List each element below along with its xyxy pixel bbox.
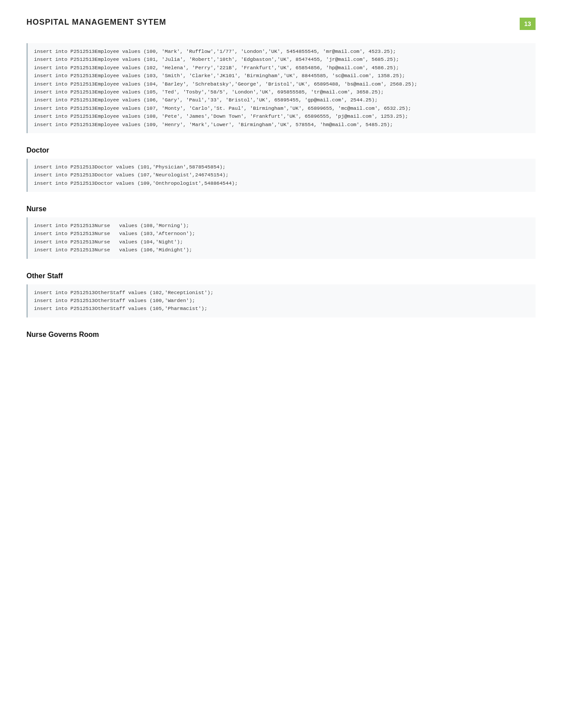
nurse-section-title: Nurse: [26, 205, 536, 213]
page-number-badge: 13: [520, 18, 536, 30]
nurse-section: Nurse insert into P2512513Nurse values (…: [26, 205, 536, 259]
page-container: HOSPITAL MANAGEMENT SYTEM 13 insert into…: [0, 0, 562, 728]
page-title: HOSPITAL MANAGEMENT SYTEM: [26, 18, 166, 27]
other-staff-section-title: Other Staff: [26, 272, 536, 280]
employee-code-block: insert into P2512513Employee values (100…: [26, 43, 536, 133]
page-header: HOSPITAL MANAGEMENT SYTEM 13: [26, 18, 536, 30]
doctor-section-title: Doctor: [26, 146, 536, 154]
doctor-code-block: insert into P2512513Doctor values (101,'…: [26, 159, 536, 192]
other-staff-code-block: insert into P2512513OtherStaff values (1…: [26, 284, 536, 317]
other-staff-section: Other Staff insert into P2512513OtherSta…: [26, 272, 536, 317]
employee-section: insert into P2512513Employee values (100…: [26, 43, 536, 133]
doctor-section: Doctor insert into P2512513Doctor values…: [26, 146, 536, 192]
nurse-governs-section-title: Nurse Governs Room: [26, 331, 536, 339]
nurse-code-block: insert into P2512513Nurse values (108,'M…: [26, 217, 536, 259]
nurse-governs-section: Nurse Governs Room: [26, 331, 536, 339]
